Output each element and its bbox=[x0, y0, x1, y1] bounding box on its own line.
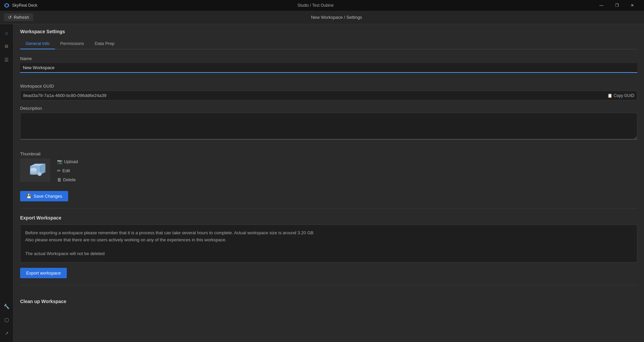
guid-field-section: Workspace GUID 8ead3a79-7a1a-4600-bc80-0… bbox=[20, 84, 637, 100]
thumbnail-area: 📷 Upload ✏ Edit 🗑 Delete bbox=[20, 158, 637, 183]
sidebar-item-home[interactable]: ⌂ bbox=[1, 28, 12, 38]
copy-guid-label: Copy GUID bbox=[614, 93, 634, 98]
export-info-line3: The actual Workspace will not be deleted bbox=[25, 250, 632, 257]
name-input[interactable] bbox=[20, 63, 637, 73]
upload-icon: 📷 bbox=[57, 159, 62, 164]
titlebar-left: SkyReal Deck bbox=[4, 3, 37, 8]
svg-point-8 bbox=[38, 172, 42, 176]
description-textarea[interactable] bbox=[20, 113, 637, 140]
guid-value: 8ead3a79-7a1a-4600-bc80-096dd6e24a39 bbox=[23, 93, 607, 98]
delete-button[interactable]: 🗑 Delete bbox=[57, 177, 78, 183]
export-workspace-button[interactable]: Export workspace bbox=[20, 268, 67, 278]
name-field-section: Name bbox=[20, 56, 637, 78]
save-icon: 💾 bbox=[26, 194, 32, 199]
refresh-icon: ↺ bbox=[8, 15, 12, 20]
thumbnail-image bbox=[23, 161, 47, 180]
section-divider-2 bbox=[20, 285, 637, 285]
description-field-section: Description bbox=[20, 106, 637, 146]
thumbnail-section: Thumbnail bbox=[20, 151, 637, 183]
refresh-label: Refresh bbox=[14, 15, 29, 20]
export-info-line1: Before exporting a workspace please reme… bbox=[25, 230, 632, 237]
name-label: Name bbox=[20, 56, 637, 61]
copy-icon: 📋 bbox=[607, 93, 612, 98]
sidebar-item-network[interactable]: ⬡ bbox=[1, 314, 12, 325]
tabs: General Info Permissions Data Prep bbox=[20, 38, 637, 49]
upload-label: Upload bbox=[64, 159, 78, 164]
delete-label: Delete bbox=[63, 177, 76, 182]
restore-button[interactable]: ❐ bbox=[609, 0, 625, 11]
sidebar-item-tools[interactable]: 🔧 bbox=[1, 301, 12, 312]
sidebar: ⌂ ⚙ ☰ 🔧 ⬡ ↗ bbox=[0, 24, 13, 342]
upload-button[interactable]: 📷 Upload bbox=[57, 158, 78, 165]
thumbnail-actions: 📷 Upload ✏ Edit 🗑 Delete bbox=[57, 158, 78, 183]
toolbar: ↺ Refresh New Workspace / Settings bbox=[0, 11, 644, 24]
thumbnail-label: Thumbnail bbox=[20, 151, 637, 156]
sidebar-item-share[interactable]: ↗ bbox=[1, 328, 12, 339]
export-button-label: Export workspace bbox=[26, 271, 61, 276]
save-label: Save Changes bbox=[34, 194, 62, 199]
tab-permissions[interactable]: Permissions bbox=[55, 38, 90, 49]
guid-label: Workspace GUID bbox=[20, 84, 637, 89]
page-title: Workspace Settings bbox=[20, 29, 637, 34]
form-area: Name Workspace GUID 8ead3a79-7a1a-4600-b… bbox=[13, 49, 644, 299]
minimize-button[interactable]: — bbox=[594, 0, 609, 11]
export-info-line2: Also please ensure that there are no use… bbox=[25, 237, 632, 244]
description-label: Description bbox=[20, 106, 637, 111]
close-button[interactable]: ✕ bbox=[625, 0, 640, 11]
titlebar: SkyReal Deck Studio / Test Oubine — ❐ ✕ bbox=[0, 0, 644, 11]
delete-icon: 🗑 bbox=[57, 177, 61, 182]
export-section-title: Export Workspace bbox=[20, 215, 637, 221]
refresh-button[interactable]: ↺ Refresh bbox=[4, 13, 33, 21]
sidebar-item-settings[interactable]: ⚙ bbox=[1, 41, 12, 52]
page-header: Workspace Settings General Info Permissi… bbox=[13, 24, 644, 49]
breadcrumb: New Workspace / Settings bbox=[311, 15, 362, 20]
svg-point-7 bbox=[30, 168, 37, 171]
edit-label: Edit bbox=[62, 168, 70, 173]
app-logo bbox=[4, 3, 9, 8]
cleanup-section-title: Clean up Workspace bbox=[20, 299, 637, 304]
thumbnail-preview bbox=[20, 158, 50, 182]
copy-guid-button[interactable]: 📋 Copy GUID bbox=[607, 93, 634, 98]
sidebar-bottom: 🔧 ⬡ ↗ bbox=[1, 301, 12, 339]
guid-row: 8ead3a79-7a1a-4600-bc80-096dd6e24a39 📋 C… bbox=[20, 91, 637, 100]
tab-general-info[interactable]: General Info bbox=[20, 38, 55, 49]
export-section: Export Workspace Before exporting a work… bbox=[20, 215, 637, 278]
studio-label: Studio / Test Oubine bbox=[297, 3, 334, 8]
main-content: Workspace Settings General Info Permissi… bbox=[13, 24, 644, 342]
edit-button[interactable]: ✏ Edit bbox=[57, 167, 78, 174]
export-info-box: Before exporting a workspace please reme… bbox=[20, 225, 637, 262]
app-layout: ⌂ ⚙ ☰ 🔧 ⬡ ↗ Workspace Settings General I… bbox=[0, 24, 644, 342]
section-divider-1 bbox=[20, 208, 637, 208]
sidebar-item-list[interactable]: ☰ bbox=[1, 54, 12, 65]
edit-icon: ✏ bbox=[57, 168, 61, 173]
window-controls: — ❐ ✕ bbox=[594, 0, 640, 11]
save-changes-button[interactable]: 💾 Save Changes bbox=[20, 191, 68, 201]
tab-data-prep[interactable]: Data Prep bbox=[89, 38, 120, 49]
app-name: SkyReal Deck bbox=[12, 3, 37, 8]
cleanup-section: Clean up Workspace bbox=[13, 299, 644, 315]
